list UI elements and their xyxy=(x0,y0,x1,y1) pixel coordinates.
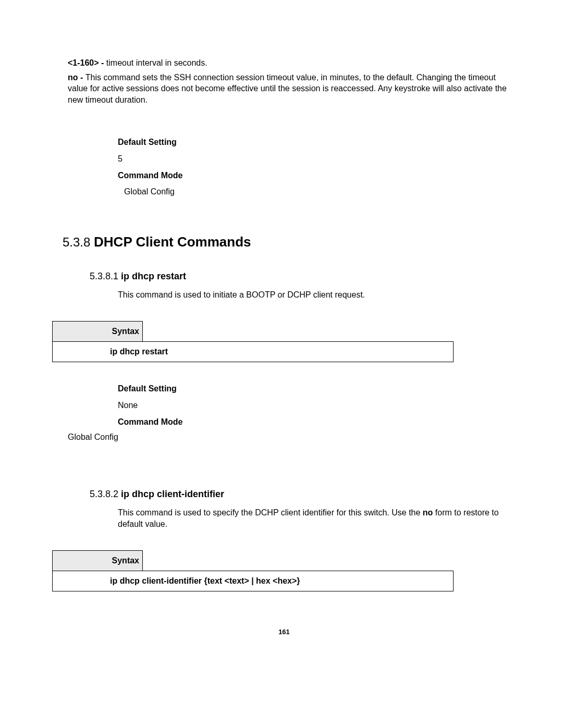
desc-pre: This command is used to specify the DCHP… xyxy=(118,508,423,517)
table-row: Syntax xyxy=(53,551,454,571)
syntax-label-cell: Syntax xyxy=(53,551,143,571)
settings-block-1: Default Setting 5 Command Mode Global Co… xyxy=(118,137,516,197)
subsection-desc: This command is used to initiate a BOOTP… xyxy=(118,289,516,301)
section-heading: 5.3.8 DHCP Client Commands xyxy=(63,234,516,250)
subsection-desc-2: This command is used to specify the DCHP… xyxy=(118,507,516,529)
default-setting-label: Default Setting xyxy=(118,383,516,394)
syntax-table-2: Syntax ip dhcp client-identifier {text <… xyxy=(52,550,454,591)
syntax-table-1: Syntax ip dhcp restart xyxy=(52,321,454,362)
section-title: DHCP Client Commands xyxy=(94,234,251,250)
page-number: 161 xyxy=(52,628,516,636)
subsection-title: ip dhcp restart xyxy=(121,271,186,281)
syntax-command-cell: ip dhcp client-identifier {text <text> |… xyxy=(53,571,454,591)
table-row: Syntax xyxy=(53,322,454,342)
syntax-label-cell: Syntax xyxy=(53,322,143,342)
default-setting-value: 5 xyxy=(118,153,516,165)
default-setting-value: None xyxy=(118,400,516,411)
no-line: no - This command sets the SSH connectio… xyxy=(68,72,516,106)
param-line: <1-160> - timeout interval in seconds. xyxy=(68,57,516,69)
syntax-command-cell: ip dhcp restart xyxy=(53,342,454,362)
no-desc: This command sets the SSH connection ses… xyxy=(68,73,507,104)
subsection-number: 5.3.8.2 xyxy=(90,489,121,499)
table-row: ip dhcp restart xyxy=(53,342,454,362)
command-mode-label: Command Mode xyxy=(118,170,516,181)
empty-cell xyxy=(143,322,454,342)
command-mode-value: Global Config xyxy=(68,433,516,442)
desc-bold: no xyxy=(423,508,433,517)
section-number: 5.3.8 xyxy=(63,235,94,249)
subsection-heading-2: 5.3.8.2 ip dhcp client-identifier xyxy=(90,489,516,500)
param-desc: timeout interval in seconds. xyxy=(104,58,207,67)
command-mode-value: Global Config xyxy=(118,186,516,198)
param-label: <1-160> - xyxy=(68,58,104,67)
subsection-heading-1: 5.3.8.1 ip dhcp restart xyxy=(90,271,516,282)
subsection-title: ip dhcp client-identifier xyxy=(121,489,224,499)
document-page: <1-160> - timeout interval in seconds. n… xyxy=(0,0,563,662)
default-setting-label: Default Setting xyxy=(118,137,516,148)
no-label: no - xyxy=(68,73,85,82)
command-mode-label: Command Mode xyxy=(118,416,516,428)
subsection-number: 5.3.8.1 xyxy=(90,271,121,281)
empty-cell xyxy=(143,551,454,571)
table-row: ip dhcp client-identifier {text <text> |… xyxy=(53,571,454,591)
settings-block-2: Default Setting None Command Mode xyxy=(118,383,516,427)
